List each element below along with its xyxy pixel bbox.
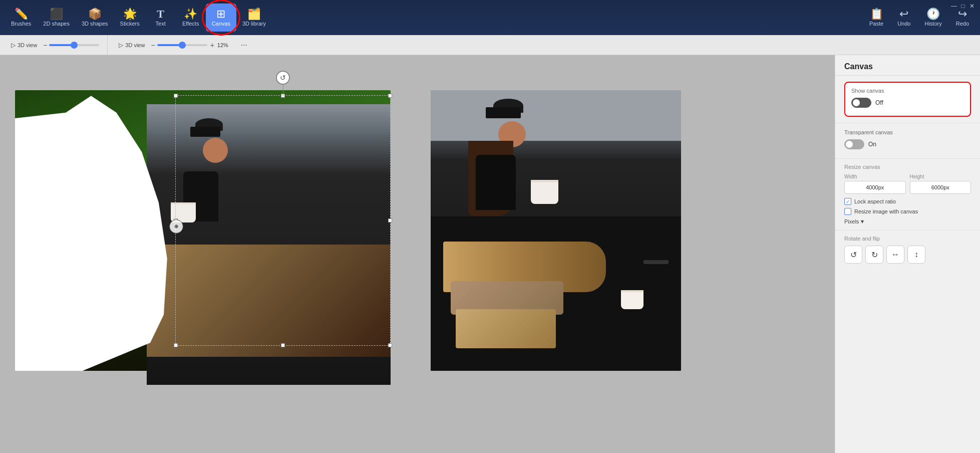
- zoom-minus-left[interactable]: −: [43, 41, 47, 49]
- cup-right: [531, 180, 558, 204]
- height-input[interactable]: [910, 181, 971, 194]
- person-face: [203, 138, 228, 163]
- move-handle[interactable]: ⊕: [169, 219, 183, 234]
- pastry-right: [456, 309, 556, 348]
- rotate-handle[interactable]: ↺: [276, 71, 290, 85]
- tool-3dlibrary[interactable]: 🗂️ 3D library: [236, 4, 272, 32]
- show-canvas-box: Show canvas Off: [844, 82, 971, 117]
- transparent-canvas-toggle-row: On: [844, 139, 971, 149]
- show-canvas-label: Show canvas: [851, 88, 964, 94]
- text-icon: T: [157, 9, 164, 20]
- transparent-canvas-label: Transparent canvas: [844, 129, 971, 135]
- lock-aspect-row[interactable]: Lock aspect ratio: [844, 198, 971, 205]
- pixels-label: Pixels: [844, 218, 859, 224]
- right-image-panel[interactable]: [431, 90, 681, 371]
- rotate-flip-section: Rotate and flip ↺ ↻ ↔ ↕: [835, 231, 980, 269]
- 3dview-right-icon: ▷: [119, 42, 123, 49]
- rotate-buttons-row: ↺ ↻ ↔ ↕: [844, 246, 971, 264]
- transparent-canvas-toggle[interactable]: [844, 139, 864, 149]
- undo-icon: ↩: [899, 9, 908, 20]
- height-label: Height: [910, 174, 971, 179]
- width-col: Width: [844, 174, 906, 194]
- zoom-plus-right[interactable]: +: [210, 41, 214, 49]
- history-icon: 🕐: [926, 9, 940, 20]
- tool-2dshapes[interactable]: ⬛ 2D shapes: [37, 4, 76, 32]
- zoom-minus-right[interactable]: −: [151, 41, 155, 49]
- canvas-area[interactable]: ↺ ⊕: [0, 55, 835, 453]
- right-panel: Canvas Show canvas Off Transparent canva…: [835, 55, 980, 453]
- body-right: [476, 155, 516, 210]
- transparent-canvas-state: On: [868, 141, 876, 148]
- photo-right-portion: [147, 104, 391, 385]
- stickers-icon: 🌟: [123, 9, 137, 20]
- brushes-icon: ✏️: [15, 9, 28, 20]
- height-col: Height: [910, 174, 971, 194]
- rotate-cw-button[interactable]: ↻: [865, 246, 883, 264]
- canvas-icon: ⊞: [216, 9, 225, 20]
- tool-3dshapes[interactable]: 📦 3D shapes: [76, 4, 114, 32]
- 3d-view-right-button[interactable]: ▷ 3D view: [116, 41, 148, 50]
- flip-horizontal-button[interactable]: ↔: [886, 246, 904, 264]
- tool-effects[interactable]: ✨ Effects: [176, 4, 206, 32]
- panel-title: Canvas: [835, 55, 980, 76]
- 3d-view-left-button[interactable]: ▷ 3D view: [8, 41, 40, 50]
- tool-text[interactable]: T Text: [146, 4, 176, 32]
- 2dshapes-icon: ⬛: [50, 9, 63, 20]
- sunglasses-right: [643, 260, 669, 264]
- paste-icon: 📋: [870, 9, 883, 20]
- tool-history[interactable]: 🕐 History: [918, 4, 947, 32]
- resize-with-canvas-row[interactable]: Resize image with canvas: [844, 208, 971, 215]
- pixels-dropdown[interactable]: Pixels ▾: [844, 218, 864, 225]
- 3dlibrary-icon: 🗂️: [247, 9, 261, 20]
- right-view-section: ▷ 3D view − + 12% ···: [107, 35, 258, 55]
- tool-stickers[interactable]: 🌟 Stickers: [114, 4, 146, 32]
- width-input[interactable]: [844, 181, 906, 194]
- width-label: Width: [844, 174, 906, 179]
- lock-aspect-label: Lock aspect ratio: [854, 198, 896, 204]
- effects-icon: ✨: [184, 9, 197, 20]
- minimize-button[interactable]: —: [950, 2, 958, 10]
- more-options-button[interactable]: ···: [238, 40, 250, 51]
- rotate-ccw-button[interactable]: ↺: [844, 246, 862, 264]
- lock-aspect-checkbox[interactable]: [844, 198, 851, 205]
- zoom-slider-right-container: − +: [151, 41, 214, 49]
- tool-canvas[interactable]: ⊞ Canvas: [206, 4, 236, 32]
- flip-vertical-button[interactable]: ↕: [907, 246, 925, 264]
- left-image-panel[interactable]: ↺ ⊕: [15, 90, 391, 371]
- food-left: [147, 245, 391, 357]
- small-cup-right: [621, 290, 643, 309]
- show-canvas-track: [851, 98, 871, 108]
- main-area: ↺ ⊕: [0, 55, 980, 453]
- resize-canvas-title: Resize canvas: [844, 164, 971, 170]
- tool-brushes[interactable]: ✏️ Brushes: [5, 4, 37, 32]
- 3dshapes-icon: 📦: [88, 9, 102, 20]
- pixels-chevron-icon: ▾: [861, 218, 864, 225]
- zoom-slider-left[interactable]: [49, 44, 99, 46]
- main-toolbar: ✏️ Brushes ⬛ 2D shapes 📦 3D shapes 🌟 Sti…: [0, 0, 980, 35]
- pixels-row: Pixels ▾: [844, 218, 971, 225]
- show-canvas-toggle[interactable]: [851, 98, 871, 108]
- sub-toolbar: ▷ 3D view − ▷ 3D view − + 12% ···: [0, 35, 980, 55]
- show-canvas-toggle-row: Off: [851, 98, 964, 108]
- zoom-slider-left-container: −: [43, 41, 99, 49]
- hat-brim: [190, 127, 220, 137]
- resize-with-canvas-label: Resize image with canvas: [854, 208, 918, 214]
- rotate-flip-title: Rotate and flip: [844, 236, 971, 242]
- hat-right-brim: [486, 107, 521, 118]
- resize-canvas-section: Resize canvas Width Height Lock aspect r…: [835, 159, 980, 231]
- show-canvas-section: Show canvas Off: [835, 76, 980, 123]
- transparent-canvas-track: [844, 139, 864, 149]
- tool-undo[interactable]: ↩ Undo: [891, 4, 916, 32]
- tool-paste[interactable]: 📋 Paste: [863, 4, 889, 32]
- 3dview-left-icon: ▷: [11, 42, 16, 49]
- dimensions-row: Width Height: [844, 174, 971, 194]
- close-button[interactable]: ✕: [968, 2, 976, 10]
- resize-with-canvas-checkbox[interactable]: [844, 208, 851, 215]
- right-bg-top: [431, 90, 681, 141]
- left-view-section: ▷ 3D view −: [0, 35, 107, 55]
- maximize-button[interactable]: □: [959, 2, 967, 10]
- show-canvas-state: Off: [875, 99, 883, 106]
- transparent-canvas-thumb: [846, 141, 853, 148]
- canvas-button-wrapper: ⊞ Canvas: [206, 4, 236, 32]
- zoom-slider-right[interactable]: [157, 44, 207, 46]
